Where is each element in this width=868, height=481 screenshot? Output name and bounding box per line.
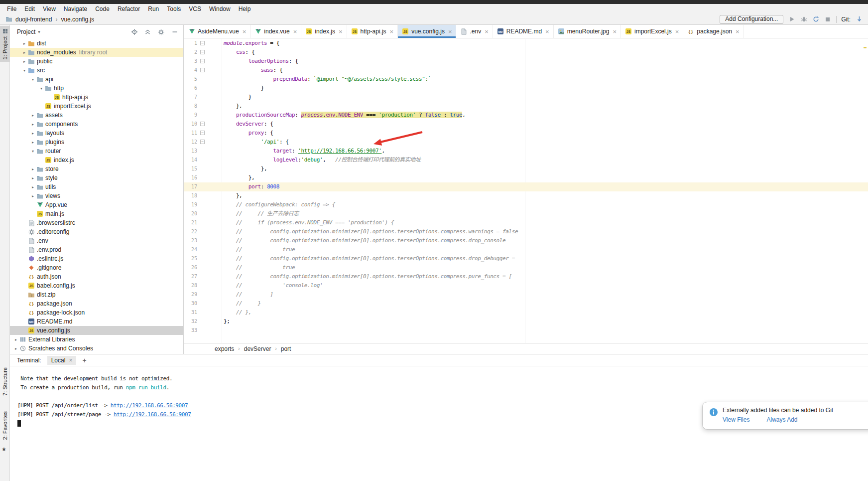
- tree-item-auth-json[interactable]: {}auth.json: [10, 272, 183, 281]
- code-line-16[interactable]: 16 },: [184, 173, 868, 182]
- tree-item-editorconfig[interactable]: .editorconfig: [10, 227, 183, 236]
- code-line-4[interactable]: 4− sass: {: [184, 66, 868, 75]
- add-configuration-button[interactable]: Add Configuration...: [720, 15, 783, 24]
- tool-button-project[interactable]: 1: Project: [0, 26, 10, 62]
- fold-icon[interactable]: −: [200, 122, 205, 126]
- code-line-13[interactable]: 13 target: 'http://192.168.66.56:9007',: [184, 147, 868, 156]
- tree-item-public[interactable]: ▸public: [10, 57, 183, 66]
- code-line-6[interactable]: 6 }: [184, 84, 868, 93]
- fold-icon[interactable]: −: [200, 41, 205, 45]
- close-icon[interactable]: ×: [736, 28, 740, 35]
- code-line-30[interactable]: 30 // }: [184, 299, 868, 308]
- code-line-24[interactable]: 24 // true: [184, 245, 868, 254]
- code-line-8[interactable]: 8 },: [184, 102, 868, 111]
- git-update-icon[interactable]: [855, 15, 863, 23]
- code-line-14[interactable]: 14 logLevel:'debug', //控制台终端打印代理前的真实地址: [184, 156, 868, 164]
- menu-help[interactable]: Help: [235, 4, 255, 14]
- fold-icon[interactable]: −: [200, 50, 205, 54]
- collapse-all-icon[interactable]: [143, 28, 152, 36]
- tab-package-json[interactable]: {}package.json×: [683, 25, 744, 38]
- chevron-collapsed-icon[interactable]: ▸: [30, 131, 36, 136]
- tool-button-structure[interactable]: 7: Structure: [0, 365, 10, 398]
- code-line-26[interactable]: 26 // true: [184, 263, 868, 272]
- favorites-star-icon[interactable]: ★: [1, 446, 6, 453]
- breadcrumb-devserver[interactable]: devServer: [244, 345, 271, 352]
- menu-file[interactable]: File: [3, 4, 20, 14]
- menu-run[interactable]: Run: [144, 4, 163, 14]
- tree-item-http-api-js[interactable]: JShttp-api.js: [10, 93, 183, 102]
- close-icon[interactable]: ×: [675, 28, 679, 35]
- chevron-collapsed-icon[interactable]: ▸: [30, 140, 36, 145]
- tab-menurouter-jpg[interactable]: menuRouter.jpg×: [554, 25, 621, 38]
- menu-view[interactable]: View: [39, 4, 60, 14]
- tab-importexcel-js[interactable]: JSimportExcel.js×: [621, 25, 683, 38]
- tab-readme-md[interactable]: MDREADME.md×: [493, 25, 554, 38]
- debug-icon[interactable]: [800, 15, 808, 23]
- code-line-12[interactable]: 12− '/api': {: [184, 138, 868, 147]
- fold-icon[interactable]: −: [200, 68, 205, 72]
- breadcrumb-project[interactable]: duoji-frontend: [15, 16, 52, 23]
- tree-item-babel-config-js[interactable]: JSbabel.config.js: [10, 281, 183, 290]
- terminal-text[interactable]: http://192.168.66.56:9007: [111, 402, 188, 409]
- tree-item-external-libraries[interactable]: ▸External Libraries: [10, 335, 183, 344]
- tree-item-views[interactable]: ▸views: [10, 191, 183, 200]
- code-line-21[interactable]: 21 // if (process.env.NODE_ENV === 'prod…: [184, 218, 868, 227]
- tree-item-http[interactable]: ▾http: [10, 84, 183, 93]
- code-line-23[interactable]: 23 // config.optimization.minimizer[0].o…: [184, 236, 868, 245]
- close-icon[interactable]: ×: [293, 28, 297, 35]
- chevron-collapsed-icon[interactable]: ▸: [21, 41, 27, 46]
- stop-icon[interactable]: [824, 15, 832, 23]
- tree-item-package-json[interactable]: {}package.json: [10, 299, 183, 308]
- menu-refactor[interactable]: Refactor: [114, 4, 144, 14]
- chevron-collapsed-icon[interactable]: ▸: [13, 346, 19, 351]
- code-line-31[interactable]: 31 // },: [184, 308, 868, 317]
- code-line-15[interactable]: 15 },: [184, 164, 868, 173]
- tree-item-src[interactable]: ▾src: [10, 66, 183, 75]
- menu-navigate[interactable]: Navigate: [60, 4, 91, 14]
- tree-item-store[interactable]: ▸store: [10, 164, 183, 173]
- code-line-3[interactable]: 3− loaderOptions: {: [184, 57, 868, 66]
- code-line-1[interactable]: 1−module.exports = {: [184, 39, 868, 48]
- tab-env[interactable]: .env×: [456, 25, 493, 38]
- chevron-collapsed-icon[interactable]: ▸: [30, 194, 36, 198]
- tree-item-scratches-and-consoles[interactable]: ▸Scratches and Consoles: [10, 344, 183, 353]
- code-line-19[interactable]: 19 // configureWebpack: config => {: [184, 200, 868, 209]
- tree-item-router[interactable]: ▾router: [10, 147, 183, 156]
- close-icon[interactable]: ×: [243, 28, 247, 35]
- terminal-text[interactable]: http://192.168.66.56:9007: [114, 411, 191, 418]
- chevron-expanded-icon[interactable]: ▾: [38, 86, 44, 91]
- code-line-25[interactable]: 25 // config.optimization.minimizer[0].o…: [184, 254, 868, 263]
- close-icon[interactable]: ×: [339, 28, 343, 35]
- tree-item-components[interactable]: ▸components: [10, 120, 183, 129]
- tree-item-package-lock-json[interactable]: {}package-lock.json: [10, 308, 183, 317]
- code-line-11[interactable]: 11− proxy: {: [184, 129, 868, 138]
- close-icon[interactable]: ×: [69, 357, 72, 364]
- menu-tools[interactable]: Tools: [163, 4, 185, 14]
- refresh-icon[interactable]: [812, 15, 820, 23]
- code-line-9[interactable]: 9 productionSourceMap: process.env.NODE_…: [184, 111, 868, 120]
- fold-icon[interactable]: −: [200, 59, 205, 63]
- chevron-expanded-icon[interactable]: ▾: [30, 149, 36, 154]
- new-terminal-button[interactable]: +: [82, 356, 86, 364]
- menu-vcs[interactable]: VCS: [185, 4, 205, 14]
- tree-item-app-vue[interactable]: App.vue: [10, 200, 183, 209]
- chevron-collapsed-icon[interactable]: ▸: [30, 176, 36, 180]
- code-line-5[interactable]: 5 prependData: `@import "~@/assets/scss/…: [184, 75, 868, 84]
- code-editor[interactable]: 1−module.exports = {2− css: {3− loaderOp…: [184, 39, 868, 343]
- code-line-10[interactable]: 10− devServer: {: [184, 120, 868, 129]
- chevron-collapsed-icon[interactable]: ▸: [30, 167, 36, 171]
- tree-item-assets[interactable]: ▸assets: [10, 111, 183, 120]
- close-icon[interactable]: ×: [545, 28, 549, 35]
- project-panel-title[interactable]: Project: [17, 28, 35, 35]
- tab-http-api-js[interactable]: JShttp-api.js×: [347, 25, 398, 38]
- chevron-collapsed-icon[interactable]: ▸: [21, 59, 27, 64]
- code-line-7[interactable]: 7 }: [184, 93, 868, 102]
- chevron-collapsed-icon[interactable]: ▸: [30, 113, 36, 118]
- chevron-collapsed-icon[interactable]: ▸: [30, 185, 36, 189]
- tree-item-main-js[interactable]: JSmain.js: [10, 209, 183, 218]
- chevron-collapsed-icon[interactable]: ▸: [13, 337, 19, 342]
- project-view-dropdown-icon[interactable]: ▾: [38, 29, 40, 34]
- breadcrumb-port[interactable]: port: [281, 345, 291, 352]
- code-line-29[interactable]: 29 // ]: [184, 290, 868, 299]
- notification-link-view-files[interactable]: View Files: [723, 416, 749, 423]
